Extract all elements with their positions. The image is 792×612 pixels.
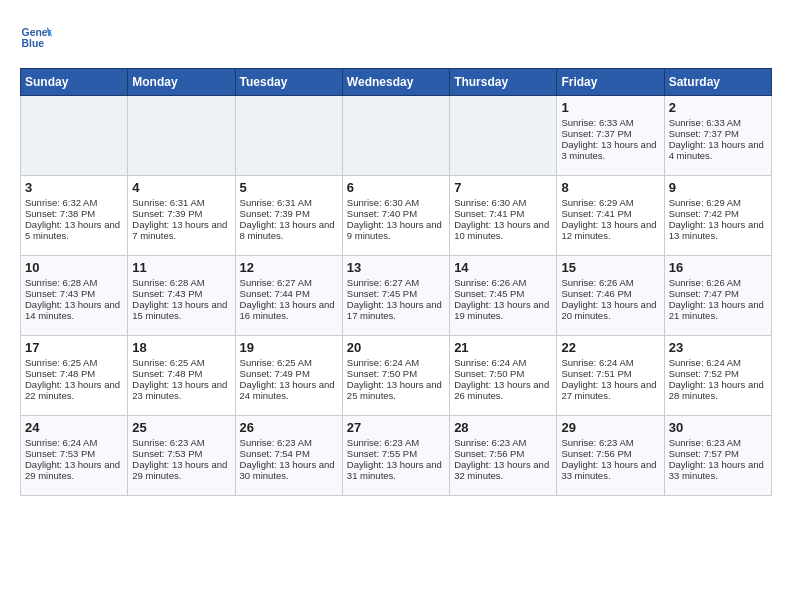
day-info: Sunrise: 6:25 AM xyxy=(132,357,230,368)
calendar-cell: 23Sunrise: 6:24 AMSunset: 7:52 PMDayligh… xyxy=(664,336,771,416)
day-info: Sunset: 7:57 PM xyxy=(669,448,767,459)
day-info: Sunrise: 6:23 AM xyxy=(132,437,230,448)
day-header-tuesday: Tuesday xyxy=(235,69,342,96)
day-info: Sunset: 7:48 PM xyxy=(132,368,230,379)
day-info: Sunset: 7:40 PM xyxy=(347,208,445,219)
day-number: 12 xyxy=(240,260,338,275)
day-info: Sunset: 7:55 PM xyxy=(347,448,445,459)
day-info: Daylight: 13 hours and 24 minutes. xyxy=(240,379,338,401)
day-info: Sunrise: 6:33 AM xyxy=(669,117,767,128)
day-number: 25 xyxy=(132,420,230,435)
day-info: Daylight: 13 hours and 8 minutes. xyxy=(240,219,338,241)
calendar-cell: 20Sunrise: 6:24 AMSunset: 7:50 PMDayligh… xyxy=(342,336,449,416)
day-info: Daylight: 13 hours and 29 minutes. xyxy=(25,459,123,481)
week-row-2: 3Sunrise: 6:32 AMSunset: 7:38 PMDaylight… xyxy=(21,176,772,256)
calendar-cell: 26Sunrise: 6:23 AMSunset: 7:54 PMDayligh… xyxy=(235,416,342,496)
calendar-cell xyxy=(342,96,449,176)
day-info: Daylight: 13 hours and 15 minutes. xyxy=(132,299,230,321)
day-info: Sunset: 7:49 PM xyxy=(240,368,338,379)
day-info: Daylight: 13 hours and 21 minutes. xyxy=(669,299,767,321)
day-info: Daylight: 13 hours and 19 minutes. xyxy=(454,299,552,321)
day-number: 9 xyxy=(669,180,767,195)
day-info: Sunset: 7:42 PM xyxy=(669,208,767,219)
day-info: Sunrise: 6:30 AM xyxy=(347,197,445,208)
calendar-cell: 7Sunrise: 6:30 AMSunset: 7:41 PMDaylight… xyxy=(450,176,557,256)
day-number: 21 xyxy=(454,340,552,355)
day-info: Sunrise: 6:24 AM xyxy=(669,357,767,368)
day-number: 30 xyxy=(669,420,767,435)
day-info: Sunset: 7:45 PM xyxy=(347,288,445,299)
day-info: Sunset: 7:56 PM xyxy=(454,448,552,459)
day-number: 29 xyxy=(561,420,659,435)
day-info: Daylight: 13 hours and 17 minutes. xyxy=(347,299,445,321)
day-info: Daylight: 13 hours and 29 minutes. xyxy=(132,459,230,481)
day-header-wednesday: Wednesday xyxy=(342,69,449,96)
day-info: Sunset: 7:53 PM xyxy=(25,448,123,459)
day-info: Daylight: 13 hours and 3 minutes. xyxy=(561,139,659,161)
logo-icon: General Blue xyxy=(20,20,52,52)
day-number: 22 xyxy=(561,340,659,355)
day-info: Sunrise: 6:24 AM xyxy=(561,357,659,368)
calendar-cell xyxy=(450,96,557,176)
calendar-cell xyxy=(128,96,235,176)
day-info: Sunset: 7:51 PM xyxy=(561,368,659,379)
day-info: Sunrise: 6:30 AM xyxy=(454,197,552,208)
calendar-header-row: SundayMondayTuesdayWednesdayThursdayFrid… xyxy=(21,69,772,96)
day-info: Daylight: 13 hours and 26 minutes. xyxy=(454,379,552,401)
calendar-cell: 6Sunrise: 6:30 AMSunset: 7:40 PMDaylight… xyxy=(342,176,449,256)
day-info: Sunrise: 6:31 AM xyxy=(240,197,338,208)
calendar-cell xyxy=(235,96,342,176)
day-info: Sunset: 7:47 PM xyxy=(669,288,767,299)
day-number: 7 xyxy=(454,180,552,195)
day-info: Daylight: 13 hours and 5 minutes. xyxy=(25,219,123,241)
day-number: 15 xyxy=(561,260,659,275)
day-number: 28 xyxy=(454,420,552,435)
day-info: Sunrise: 6:24 AM xyxy=(454,357,552,368)
week-row-5: 24Sunrise: 6:24 AMSunset: 7:53 PMDayligh… xyxy=(21,416,772,496)
day-number: 19 xyxy=(240,340,338,355)
day-number: 1 xyxy=(561,100,659,115)
week-row-4: 17Sunrise: 6:25 AMSunset: 7:48 PMDayligh… xyxy=(21,336,772,416)
day-info: Sunset: 7:37 PM xyxy=(669,128,767,139)
day-info: Sunrise: 6:27 AM xyxy=(347,277,445,288)
calendar-cell: 17Sunrise: 6:25 AMSunset: 7:48 PMDayligh… xyxy=(21,336,128,416)
calendar-body: 1Sunrise: 6:33 AMSunset: 7:37 PMDaylight… xyxy=(21,96,772,496)
day-info: Daylight: 13 hours and 20 minutes. xyxy=(561,299,659,321)
day-info: Sunrise: 6:26 AM xyxy=(561,277,659,288)
day-info: Sunrise: 6:25 AM xyxy=(25,357,123,368)
calendar-cell: 8Sunrise: 6:29 AMSunset: 7:41 PMDaylight… xyxy=(557,176,664,256)
calendar-cell: 13Sunrise: 6:27 AMSunset: 7:45 PMDayligh… xyxy=(342,256,449,336)
day-info: Daylight: 13 hours and 4 minutes. xyxy=(669,139,767,161)
calendar-cell xyxy=(21,96,128,176)
calendar-cell: 2Sunrise: 6:33 AMSunset: 7:37 PMDaylight… xyxy=(664,96,771,176)
logo: General Blue xyxy=(20,20,58,52)
calendar-cell: 15Sunrise: 6:26 AMSunset: 7:46 PMDayligh… xyxy=(557,256,664,336)
calendar-cell: 4Sunrise: 6:31 AMSunset: 7:39 PMDaylight… xyxy=(128,176,235,256)
calendar-cell: 12Sunrise: 6:27 AMSunset: 7:44 PMDayligh… xyxy=(235,256,342,336)
day-header-thursday: Thursday xyxy=(450,69,557,96)
calendar-cell: 27Sunrise: 6:23 AMSunset: 7:55 PMDayligh… xyxy=(342,416,449,496)
week-row-3: 10Sunrise: 6:28 AMSunset: 7:43 PMDayligh… xyxy=(21,256,772,336)
day-info: Sunrise: 6:24 AM xyxy=(347,357,445,368)
day-info: Daylight: 13 hours and 10 minutes. xyxy=(454,219,552,241)
day-info: Sunset: 7:38 PM xyxy=(25,208,123,219)
day-info: Sunset: 7:46 PM xyxy=(561,288,659,299)
day-info: Sunset: 7:53 PM xyxy=(132,448,230,459)
day-info: Daylight: 13 hours and 33 minutes. xyxy=(669,459,767,481)
day-info: Daylight: 13 hours and 32 minutes. xyxy=(454,459,552,481)
calendar-cell: 22Sunrise: 6:24 AMSunset: 7:51 PMDayligh… xyxy=(557,336,664,416)
day-info: Daylight: 13 hours and 33 minutes. xyxy=(561,459,659,481)
day-info: Sunset: 7:41 PM xyxy=(561,208,659,219)
day-info: Sunrise: 6:29 AM xyxy=(561,197,659,208)
calendar-cell: 29Sunrise: 6:23 AMSunset: 7:56 PMDayligh… xyxy=(557,416,664,496)
day-info: Sunset: 7:43 PM xyxy=(132,288,230,299)
day-info: Daylight: 13 hours and 14 minutes. xyxy=(25,299,123,321)
day-info: Sunrise: 6:24 AM xyxy=(25,437,123,448)
day-info: Sunrise: 6:23 AM xyxy=(561,437,659,448)
calendar-cell: 14Sunrise: 6:26 AMSunset: 7:45 PMDayligh… xyxy=(450,256,557,336)
day-info: Sunset: 7:41 PM xyxy=(454,208,552,219)
day-info: Daylight: 13 hours and 27 minutes. xyxy=(561,379,659,401)
day-info: Sunrise: 6:27 AM xyxy=(240,277,338,288)
day-number: 13 xyxy=(347,260,445,275)
day-info: Daylight: 13 hours and 7 minutes. xyxy=(132,219,230,241)
